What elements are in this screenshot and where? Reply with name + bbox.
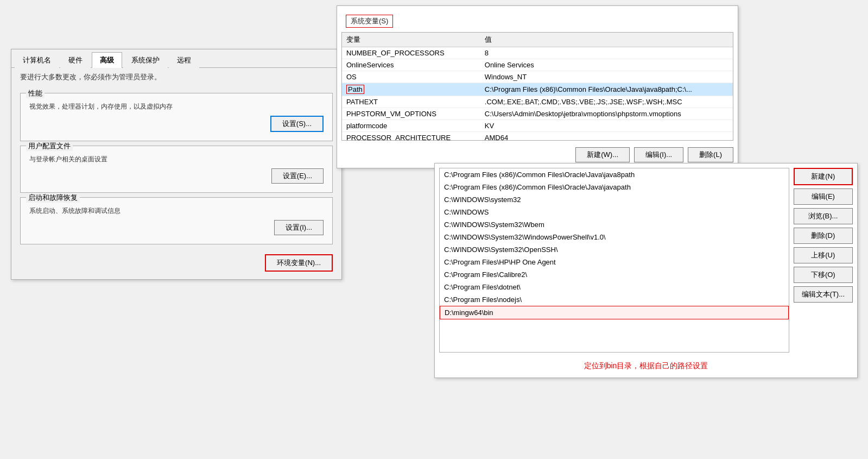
- path-list[interactable]: C:\Program Files (x86)\Common Files\Orac…: [439, 168, 789, 353]
- var-name-cell: PROCESSOR_ARCHITECTURE: [342, 132, 480, 141]
- user-profile-label: 用户配置文件: [26, 141, 73, 151]
- col-header-var: 变量: [342, 33, 480, 47]
- list-item[interactable]: C:\Program Files\Calibre2\: [440, 268, 789, 281]
- list-item[interactable]: C:\WINDOWS: [440, 206, 789, 218]
- table-row[interactable]: PROCESSOR_ARCHITECTUREAMD64: [342, 132, 733, 141]
- tabs-bar: 计算机名 硬件 高级 系统保护 远程: [11, 49, 341, 68]
- var-value-cell: AMD64: [480, 132, 733, 141]
- edit-path-button[interactable]: 编辑(E): [794, 188, 853, 205]
- var-name-cell: PHPSTORM_VM_OPTIONS: [342, 108, 480, 120]
- edit-text-button[interactable]: 编辑文本(T)...: [794, 286, 853, 303]
- browse-path-button[interactable]: 浏览(B)...: [794, 208, 853, 224]
- var-name-cell: OnlineServices: [342, 59, 480, 71]
- list-item[interactable]: C:\Program Files\HP\HP One Agent: [440, 256, 789, 268]
- variables-table: 变量 值 NUMBER_OF_PROCESSORS8OnlineServices…: [342, 33, 733, 141]
- list-item[interactable]: C:\WINDOWS\System32\WindowsPowerShell\v1…: [440, 231, 789, 243]
- admin-notice: 要进行大多数更改，你必须作为管理员登录。: [11, 68, 341, 89]
- annotation: 定位到bin目录，根据自己的路径设置: [435, 357, 857, 378]
- startup-recovery-section: 启动和故障恢复 系统启动、系统故障和调试信息 设置(I)...: [20, 197, 333, 244]
- delete-var-button[interactable]: 删除(L): [688, 147, 733, 162]
- var-value-cell: Windows_NT: [480, 71, 733, 83]
- delete-path-button[interactable]: 删除(D): [794, 228, 853, 244]
- path-editor-buttons: 新建(N) 编辑(E) 浏览(B)... 删除(D) 上移(U) 下移(O) 编…: [794, 168, 853, 353]
- performance-settings-button[interactable]: 设置(S)...: [270, 116, 324, 132]
- table-row[interactable]: platformcodeKV: [342, 120, 733, 132]
- table-row[interactable]: PathC:\Program Files (x86)\Common Files\…: [342, 83, 733, 96]
- list-item[interactable]: C:\Program Files\dotnet\: [440, 281, 789, 293]
- tab-computer-name[interactable]: 计算机名: [15, 52, 59, 68]
- move-down-button[interactable]: 下移(O): [794, 267, 853, 283]
- list-item[interactable]: C:\Program Files\nodejs\: [440, 293, 789, 306]
- path-editor-layout: C:\Program Files (x86)\Common Files\Orac…: [435, 164, 857, 357]
- list-item[interactable]: C:\WINDOWS\System32\OpenSSH\: [440, 243, 789, 256]
- table-row[interactable]: OSWindows_NT: [342, 71, 733, 83]
- var-value-cell: 8: [480, 47, 733, 59]
- performance-desc: 视觉效果，处理器计划，内存使用，以及虚拟内存: [29, 102, 324, 111]
- tab-hardware[interactable]: 硬件: [60, 52, 91, 68]
- startup-recovery-desc: 系统启动、系统故障和调试信息: [29, 206, 324, 216]
- new-var-button[interactable]: 新建(W)...: [575, 147, 630, 162]
- var-value-cell: C:\Program Files (x86)\Common Files\Orac…: [480, 83, 733, 96]
- col-header-val: 值: [480, 33, 733, 47]
- table-row[interactable]: OnlineServicesOnline Services: [342, 59, 733, 71]
- var-value-cell: .COM;.EXE;.BAT;.CMD;.VBS;.VBE;.JS;.JSE;.…: [480, 96, 733, 108]
- var-name-cell: NUMBER_OF_PROCESSORS: [342, 47, 480, 59]
- edit-var-button[interactable]: 编辑(I)...: [634, 147, 683, 162]
- list-item[interactable]: D:\mingw64\bin: [440, 306, 789, 319]
- var-value-cell: C:\Users\Admin\Desktop\jetbra\vmoptions\…: [480, 108, 733, 120]
- startup-recovery-settings-button[interactable]: 设置(I)...: [274, 220, 324, 235]
- table-row[interactable]: PHPSTORM_VM_OPTIONSC:\Users\Admin\Deskto…: [342, 108, 733, 120]
- var-name-cell: OS: [342, 71, 480, 83]
- user-profile-section: 用户配置文件 与登录帐户相关的桌面设置 设置(E)...: [20, 146, 333, 193]
- path-editor-panel: C:\Program Files (x86)\Common Files\Orac…: [434, 163, 858, 378]
- user-profile-settings-button[interactable]: 设置(E)...: [271, 168, 324, 184]
- variables-table-container[interactable]: 变量 值 NUMBER_OF_PROCESSORS8OnlineServices…: [341, 32, 733, 141]
- list-item[interactable]: C:\WINDOWS\System32\Wbem: [440, 218, 789, 231]
- var-name-cell: Path: [342, 83, 480, 96]
- env-variables-button[interactable]: 环境变量(N)...: [265, 254, 333, 272]
- user-profile-desc: 与登录帐户相关的桌面设置: [29, 155, 324, 164]
- performance-label: 性能: [26, 89, 45, 98]
- startup-recovery-label: 启动和故障恢复: [26, 193, 80, 203]
- performance-section: 性能 视觉效果，处理器计划，内存使用，以及虚拟内存 设置(S)...: [20, 93, 333, 141]
- new-path-button[interactable]: 新建(N): [794, 168, 853, 185]
- table-row[interactable]: PATHEXT.COM;.EXE;.BAT;.CMD;.VBS;.VBE;.JS…: [342, 96, 733, 108]
- list-item[interactable]: C:\Program Files (x86)\Common Files\Orac…: [440, 181, 789, 193]
- system-variables-panel: 系统变量(S) 变量 值 NUMBER_OF_PROCESSORS8Online…: [337, 5, 738, 168]
- system-variables-title: 系统变量(S): [346, 15, 393, 28]
- env-btn-row: 环境变量(N)...: [11, 249, 341, 279]
- list-item[interactable]: C:\Program Files (x86)\Common Files\Orac…: [440, 168, 789, 181]
- var-value-cell: KV: [480, 120, 733, 132]
- tab-system-protection[interactable]: 系统保护: [123, 52, 168, 68]
- system-properties-panel: 计算机名 硬件 高级 系统保护 远程 要进行大多数更改，你必须作为管理员登录。 …: [11, 49, 342, 280]
- var-name-cell: platformcode: [342, 120, 480, 132]
- list-item[interactable]: C:\WINDOWS\system32: [440, 193, 789, 206]
- move-up-button[interactable]: 上移(U): [794, 247, 853, 263]
- tab-advanced[interactable]: 高级: [92, 52, 122, 68]
- var-name-cell: PATHEXT: [342, 96, 480, 108]
- table-row[interactable]: NUMBER_OF_PROCESSORS8: [342, 47, 733, 59]
- tab-remote[interactable]: 远程: [169, 52, 199, 68]
- var-value-cell: Online Services: [480, 59, 733, 71]
